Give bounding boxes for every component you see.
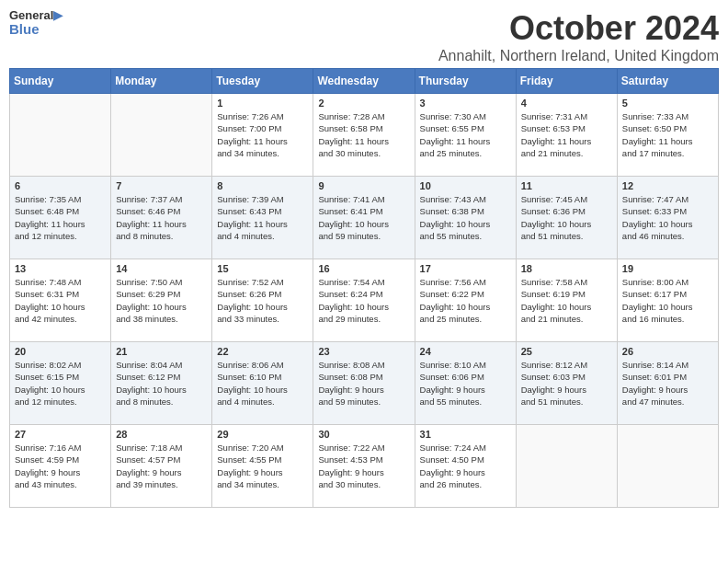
- day-info: Sunrise: 8:00 AM Sunset: 6:17 PM Dayligh…: [622, 276, 713, 325]
- day-number: 16: [318, 263, 409, 274]
- calendar-cell: 27Sunrise: 7:16 AM Sunset: 4:59 PM Dayli…: [10, 425, 111, 508]
- day-info: Sunrise: 7:31 AM Sunset: 6:53 PM Dayligh…: [521, 110, 612, 159]
- day-info: Sunrise: 7:20 AM Sunset: 4:55 PM Dayligh…: [217, 442, 308, 490]
- day-info: Sunrise: 8:06 AM Sunset: 6:10 PM Dayligh…: [217, 359, 308, 408]
- day-info: Sunrise: 8:12 AM Sunset: 6:03 PM Dayligh…: [521, 359, 612, 408]
- day-info: Sunrise: 8:10 AM Sunset: 6:06 PM Dayligh…: [420, 359, 511, 408]
- week-row-3: 13Sunrise: 7:48 AM Sunset: 6:31 PM Dayli…: [10, 259, 719, 342]
- week-row-4: 20Sunrise: 8:02 AM Sunset: 6:15 PM Dayli…: [10, 342, 719, 425]
- day-info: Sunrise: 8:08 AM Sunset: 6:08 PM Dayligh…: [318, 359, 409, 408]
- calendar-cell: 28Sunrise: 7:18 AM Sunset: 4:57 PM Dayli…: [111, 425, 212, 508]
- calendar-cell: 12Sunrise: 7:47 AM Sunset: 6:33 PM Dayli…: [617, 177, 718, 259]
- calendar-cell: 22Sunrise: 8:06 AM Sunset: 6:10 PM Dayli…: [212, 342, 313, 425]
- day-info: Sunrise: 7:54 AM Sunset: 6:24 PM Dayligh…: [318, 276, 409, 325]
- calendar-cell: 19Sunrise: 8:00 AM Sunset: 6:17 PM Dayli…: [617, 259, 718, 342]
- calendar-cell: 2Sunrise: 7:28 AM Sunset: 6:58 PM Daylig…: [313, 94, 415, 177]
- calendar-cell: [111, 94, 212, 177]
- day-number: 30: [318, 429, 409, 440]
- calendar-cell: [516, 425, 617, 508]
- week-row-1: 1Sunrise: 7:26 AM Sunset: 7:00 PM Daylig…: [10, 94, 719, 177]
- calendar-cell: 23Sunrise: 8:08 AM Sunset: 6:08 PM Dayli…: [313, 342, 415, 425]
- day-info: Sunrise: 7:41 AM Sunset: 6:41 PM Dayligh…: [318, 193, 409, 242]
- day-number: 5: [622, 98, 713, 109]
- day-number: 9: [318, 180, 409, 191]
- day-info: Sunrise: 7:24 AM Sunset: 4:50 PM Dayligh…: [420, 442, 511, 490]
- header-thursday: Thursday: [415, 69, 516, 94]
- header-wednesday: Wednesday: [313, 69, 415, 94]
- day-info: Sunrise: 7:47 AM Sunset: 6:33 PM Dayligh…: [622, 193, 713, 242]
- calendar-cell: 21Sunrise: 8:04 AM Sunset: 6:12 PM Dayli…: [111, 342, 212, 425]
- day-info: Sunrise: 7:39 AM Sunset: 6:43 PM Dayligh…: [217, 193, 308, 242]
- day-number: 23: [318, 346, 409, 357]
- calendar-cell: 8Sunrise: 7:39 AM Sunset: 6:43 PM Daylig…: [212, 177, 313, 259]
- calendar-cell: 24Sunrise: 8:10 AM Sunset: 6:06 PM Dayli…: [415, 342, 516, 425]
- day-number: 22: [217, 346, 308, 357]
- day-info: Sunrise: 7:28 AM Sunset: 6:58 PM Dayligh…: [318, 110, 409, 159]
- day-info: Sunrise: 7:33 AM Sunset: 6:50 PM Dayligh…: [622, 110, 713, 159]
- calendar-cell: 1Sunrise: 7:26 AM Sunset: 7:00 PM Daylig…: [212, 94, 313, 177]
- calendar-cell: 29Sunrise: 7:20 AM Sunset: 4:55 PM Dayli…: [212, 425, 313, 508]
- day-info: Sunrise: 7:26 AM Sunset: 7:00 PM Dayligh…: [217, 110, 308, 159]
- calendar-table: SundayMondayTuesdayWednesdayThursdayFrid…: [9, 68, 719, 508]
- day-info: Sunrise: 8:02 AM Sunset: 6:15 PM Dayligh…: [15, 359, 106, 408]
- week-row-2: 6Sunrise: 7:35 AM Sunset: 6:48 PM Daylig…: [10, 177, 719, 259]
- calendar-cell: 14Sunrise: 7:50 AM Sunset: 6:29 PM Dayli…: [111, 259, 212, 342]
- day-info: Sunrise: 7:16 AM Sunset: 4:59 PM Dayligh…: [15, 442, 106, 490]
- calendar-cell: 10Sunrise: 7:43 AM Sunset: 6:38 PM Dayli…: [415, 177, 516, 259]
- calendar-cell: [617, 425, 718, 508]
- day-number: 7: [116, 180, 207, 191]
- calendar-cell: 25Sunrise: 8:12 AM Sunset: 6:03 PM Dayli…: [516, 342, 617, 425]
- calendar-cell: 31Sunrise: 7:24 AM Sunset: 4:50 PM Dayli…: [415, 425, 516, 508]
- calendar-cell: 15Sunrise: 7:52 AM Sunset: 6:26 PM Dayli…: [212, 259, 313, 342]
- day-number: 8: [217, 180, 308, 191]
- header-saturday: Saturday: [617, 69, 718, 94]
- day-number: 14: [116, 263, 207, 274]
- day-number: 31: [420, 429, 511, 440]
- day-info: Sunrise: 7:22 AM Sunset: 4:53 PM Dayligh…: [318, 442, 409, 490]
- day-number: 11: [521, 180, 612, 191]
- calendar-cell: 4Sunrise: 7:31 AM Sunset: 6:53 PM Daylig…: [516, 94, 617, 177]
- calendar-cell: 13Sunrise: 7:48 AM Sunset: 6:31 PM Dayli…: [10, 259, 111, 342]
- header-sunday: Sunday: [10, 69, 111, 94]
- day-info: Sunrise: 7:35 AM Sunset: 6:48 PM Dayligh…: [15, 193, 106, 242]
- day-number: 2: [318, 98, 409, 109]
- calendar-cell: 7Sunrise: 7:37 AM Sunset: 6:46 PM Daylig…: [111, 177, 212, 259]
- title-section: October 2024 Annahilt, Northern Ireland,…: [438, 9, 719, 64]
- day-number: 20: [15, 346, 106, 357]
- day-number: 15: [217, 263, 308, 274]
- calendar-cell: 9Sunrise: 7:41 AM Sunset: 6:41 PM Daylig…: [313, 177, 415, 259]
- day-info: Sunrise: 7:48 AM Sunset: 6:31 PM Dayligh…: [15, 276, 106, 325]
- calendar-cell: 18Sunrise: 7:58 AM Sunset: 6:19 PM Dayli…: [516, 259, 617, 342]
- day-number: 18: [521, 263, 612, 274]
- calendar-cell: 17Sunrise: 7:56 AM Sunset: 6:22 PM Dayli…: [415, 259, 516, 342]
- calendar-cell: 16Sunrise: 7:54 AM Sunset: 6:24 PM Dayli…: [313, 259, 415, 342]
- header-monday: Monday: [111, 69, 212, 94]
- calendar-cell: 30Sunrise: 7:22 AM Sunset: 4:53 PM Dayli…: [313, 425, 415, 508]
- day-number: 12: [622, 180, 713, 191]
- location-title: Annahilt, Northern Ireland, United Kingd…: [438, 48, 719, 64]
- day-number: 17: [420, 263, 511, 274]
- day-info: Sunrise: 7:30 AM Sunset: 6:55 PM Dayligh…: [420, 110, 511, 159]
- calendar-cell: 11Sunrise: 7:45 AM Sunset: 6:36 PM Dayli…: [516, 177, 617, 259]
- day-number: 19: [622, 263, 713, 274]
- day-number: 1: [217, 98, 308, 109]
- week-row-5: 27Sunrise: 7:16 AM Sunset: 4:59 PM Dayli…: [10, 425, 719, 508]
- logo: General▶ Blue: [9, 9, 63, 38]
- day-number: 29: [217, 429, 308, 440]
- month-title: October 2024: [438, 9, 719, 48]
- day-number: 26: [622, 346, 713, 357]
- day-number: 25: [521, 346, 612, 357]
- day-number: 13: [15, 263, 106, 274]
- day-info: Sunrise: 7:43 AM Sunset: 6:38 PM Dayligh…: [420, 193, 511, 242]
- day-info: Sunrise: 7:52 AM Sunset: 6:26 PM Dayligh…: [217, 276, 308, 325]
- header-row: SundayMondayTuesdayWednesdayThursdayFrid…: [10, 69, 719, 94]
- day-info: Sunrise: 7:45 AM Sunset: 6:36 PM Dayligh…: [521, 193, 612, 242]
- day-number: 24: [420, 346, 511, 357]
- day-number: 6: [15, 180, 106, 191]
- calendar-cell: 6Sunrise: 7:35 AM Sunset: 6:48 PM Daylig…: [10, 177, 111, 259]
- calendar-cell: 3Sunrise: 7:30 AM Sunset: 6:55 PM Daylig…: [415, 94, 516, 177]
- day-info: Sunrise: 7:18 AM Sunset: 4:57 PM Dayligh…: [116, 442, 207, 490]
- day-info: Sunrise: 7:58 AM Sunset: 6:19 PM Dayligh…: [521, 276, 612, 325]
- day-number: 10: [420, 180, 511, 191]
- day-info: Sunrise: 8:04 AM Sunset: 6:12 PM Dayligh…: [116, 359, 207, 408]
